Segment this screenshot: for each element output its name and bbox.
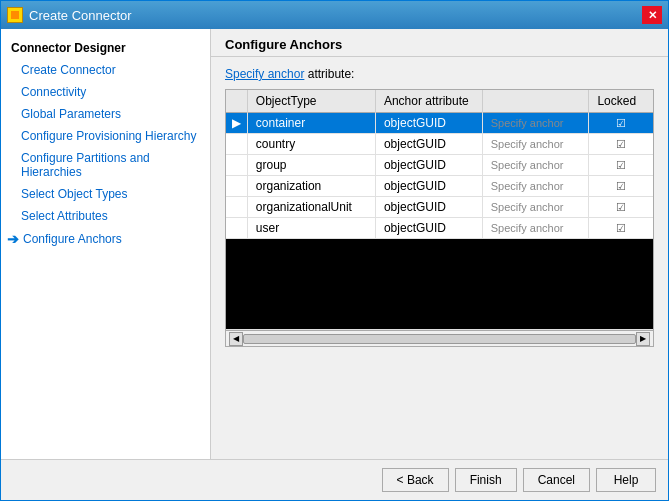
cell-objecttype: group [247,155,375,176]
cell-specify[interactable]: Specify anchor [482,218,589,239]
cell-anchor: objectGUID [375,113,482,134]
panel-header: Configure Anchors [211,29,668,57]
row-arrow-icon [226,197,247,218]
sidebar-label-create-connector: Create Connector [21,63,116,77]
horizontal-scrollbar[interactable] [243,334,636,344]
locked-checkbox-icon: ☑ [616,201,626,213]
title-bar: Create Connector ✕ [1,1,668,29]
cell-anchor: objectGUID [375,176,482,197]
sidebar-item-global-parameters[interactable]: Global Parameters [1,103,210,125]
sidebar-item-select-object-types[interactable]: Select Object Types [1,183,210,205]
cell-anchor: objectGUID [375,134,482,155]
title-bar-left: Create Connector [7,7,132,23]
row-arrow-icon: ▶ [226,113,247,134]
specify-anchor-button[interactable]: Specify anchor [491,222,564,234]
back-button[interactable]: < Back [382,468,449,492]
row-arrow-icon [226,155,247,176]
scroll-left-button[interactable]: ◀ [229,332,243,346]
table-container: ObjectType Anchor attribute Locked ▶ con… [225,89,654,331]
right-panel: Configure Anchors Specify anchor attribu… [211,29,668,459]
table-row[interactable]: ▶ container objectGUID Specify anchor ☑ [226,113,653,134]
cell-anchor: objectGUID [375,218,482,239]
svg-rect-1 [11,11,19,19]
sidebar-item-configure-partitions-and-hierarchies[interactable]: Configure Partitions and Hierarchies [1,147,210,183]
specify-anchor-button[interactable]: Specify anchor [491,138,564,150]
table-header-row: ObjectType Anchor attribute Locked [226,90,653,113]
cell-specify[interactable]: Specify anchor [482,113,589,134]
scroll-right-button[interactable]: ▶ [636,332,650,346]
table-row[interactable]: organizationalUnit objectGUID Specify an… [226,197,653,218]
locked-checkbox-icon: ☑ [616,159,626,171]
col-header-objecttype: ObjectType [247,90,375,113]
sidebar-item-select-attributes[interactable]: Select Attributes [1,205,210,227]
sidebar-label-configure-anchors: Configure Anchors [23,232,122,246]
col-header-anchor: Anchor attribute [375,90,482,113]
table-row[interactable]: user objectGUID Specify anchor ☑ [226,218,653,239]
sidebar-label-connectivity: Connectivity [21,85,86,99]
specify-anchor-button[interactable]: Specify anchor [491,201,564,213]
sidebar-item-create-connector[interactable]: Create Connector [1,59,210,81]
locked-checkbox-icon: ☑ [616,138,626,150]
sidebar-header: Connector Designer [1,37,210,59]
cell-objecttype: container [247,113,375,134]
specify-anchor-button[interactable]: Specify anchor [491,117,564,129]
row-arrow-icon [226,134,247,155]
cell-specify[interactable]: Specify anchor [482,155,589,176]
cell-objecttype: organizationalUnit [247,197,375,218]
specify-anchor-rest: attribute: [304,67,354,81]
specify-anchor-button[interactable]: Specify anchor [491,159,564,171]
current-item-arrow-icon: ➔ [7,231,19,247]
close-button[interactable]: ✕ [642,6,662,24]
row-arrow-icon [226,218,247,239]
cell-specify[interactable]: Specify anchor [482,134,589,155]
table-row[interactable]: organization objectGUID Specify anchor ☑ [226,176,653,197]
col-header-specify [482,90,589,113]
cell-locked: ☑ [589,134,653,155]
sidebar: Connector Designer Create Connector Conn… [1,29,211,459]
col-header-locked: Locked [589,90,653,113]
app-icon [7,7,23,23]
table-row[interactable]: country objectGUID Specify anchor ☑ [226,134,653,155]
sidebar-item-configure-provisioning-hierarchy[interactable]: Configure Provisioning Hierarchy [1,125,210,147]
black-area-row [226,239,653,330]
row-arrow-icon [226,176,247,197]
black-area [226,239,653,329]
table-row[interactable]: group objectGUID Specify anchor ☑ [226,155,653,176]
window-title: Create Connector [29,8,132,23]
locked-checkbox-icon: ☑ [616,180,626,192]
cell-locked: ☑ [589,176,653,197]
locked-checkbox-icon: ☑ [616,117,626,129]
finish-button[interactable]: Finish [455,468,517,492]
cell-specify[interactable]: Specify anchor [482,197,589,218]
sidebar-label-select-attributes: Select Attributes [21,209,108,223]
specify-anchor-button[interactable]: Specify anchor [491,180,564,192]
cell-anchor: objectGUID [375,197,482,218]
cell-locked: ☑ [589,197,653,218]
sidebar-item-configure-anchors[interactable]: ➔ Configure Anchors [1,227,210,251]
sidebar-label-select-object-types: Select Object Types [21,187,128,201]
cell-objecttype: organization [247,176,375,197]
help-button[interactable]: Help [596,468,656,492]
sidebar-label-global-parameters: Global Parameters [21,107,121,121]
cell-anchor: objectGUID [375,155,482,176]
cell-locked: ☑ [589,155,653,176]
specify-anchor-label: Specify anchor attribute: [225,67,654,81]
cancel-button[interactable]: Cancel [523,468,590,492]
anchors-table: ObjectType Anchor attribute Locked ▶ con… [226,90,653,330]
sidebar-item-connectivity[interactable]: Connectivity [1,81,210,103]
col-header-arrow [226,90,247,113]
cell-objecttype: country [247,134,375,155]
main-content: Connector Designer Create Connector Conn… [1,29,668,459]
cell-specify[interactable]: Specify anchor [482,176,589,197]
cell-locked: ☑ [589,218,653,239]
cell-locked: ☑ [589,113,653,134]
panel-body: Specify anchor attribute: ObjectType Anc… [211,57,668,459]
cell-objecttype: user [247,218,375,239]
locked-checkbox-icon: ☑ [616,222,626,234]
horizontal-scrollbar-area: ◀ ▶ [225,331,654,347]
main-window: Create Connector ✕ Connector Designer Cr… [0,0,669,501]
sidebar-label-configure-partitions-and-hierarchies: Configure Partitions and Hierarchies [21,151,200,179]
footer: < Back Finish Cancel Help [1,459,668,500]
specify-anchor-link[interactable]: Specify anchor [225,67,304,81]
sidebar-label-configure-provisioning-hierarchy: Configure Provisioning Hierarchy [21,129,196,143]
